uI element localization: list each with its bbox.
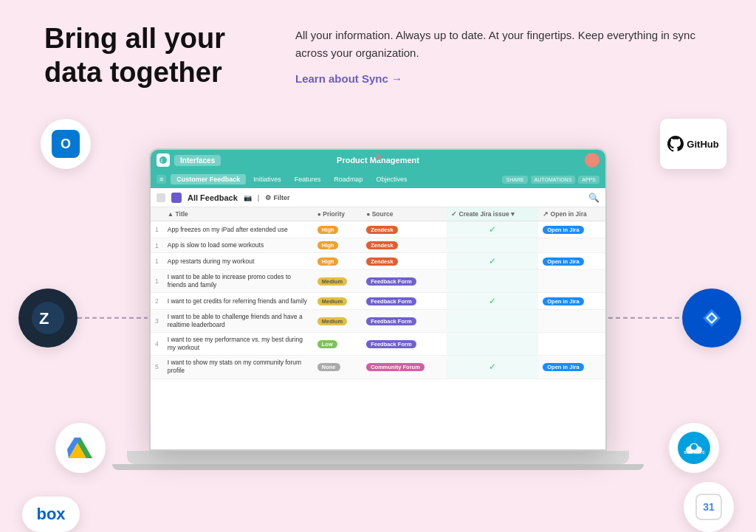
row-priority: High	[313, 253, 362, 270]
table-row: 2 I want to get credits for referring fr…	[151, 293, 605, 310]
box-label: box	[36, 505, 65, 524]
table-header: ▲ Title ● Priority ● Source ✓ Create Jir…	[151, 207, 605, 221]
row-open-jira: Open in Jira	[538, 253, 605, 270]
laptop-foot	[112, 464, 644, 470]
nav-icon: ≡	[157, 175, 166, 184]
search-icon[interactable]: 🔍	[588, 193, 599, 203]
row-num: 1	[151, 253, 163, 270]
github-icon: GitHub	[660, 119, 726, 169]
tab-customer-feedback[interactable]: Customer Feedback	[171, 174, 246, 184]
row-priority: Medium	[313, 310, 362, 333]
row-title: App restarts during my workout	[163, 253, 313, 270]
salesforce-icon: salesforce	[669, 423, 719, 473]
row-source: Zendesk	[362, 221, 447, 238]
titlebar-left: i Interfaces	[157, 153, 221, 167]
row-title: App is slow to load some workouts	[163, 238, 313, 253]
table-body: 1 App freezes on my iPad after extended …	[151, 221, 605, 379]
row-title: App freezes on my iPad after extended us…	[163, 221, 313, 238]
tab-roadmap[interactable]: Roadmap	[328, 174, 368, 184]
row-num: 2	[151, 293, 163, 310]
tab-features[interactable]: Features	[289, 174, 327, 184]
row-open-jira: Open in Jira	[538, 221, 605, 238]
col-title: ▲ Title	[163, 207, 313, 221]
tab-initiatives[interactable]: Initiatives	[247, 174, 287, 184]
row-source: Zendesk	[362, 253, 447, 270]
filter-icon: ⚙	[265, 194, 271, 201]
workspace-tab[interactable]: Interfaces	[174, 155, 221, 166]
gdrive-svg	[67, 435, 94, 461]
col-priority: ● Priority	[313, 207, 362, 221]
table-row: 1 I want to be able to increase promo co…	[151, 270, 605, 293]
zendesk-icon: Z	[18, 289, 78, 348]
user-avatar	[585, 153, 599, 167]
share-button[interactable]: SHARE	[502, 176, 527, 184]
jira-icon	[682, 289, 741, 348]
feedback-table: ▲ Title ● Priority ● Source ✓ Create Jir…	[151, 207, 605, 379]
table-row: 1 App freezes on my iPad after extended …	[151, 221, 605, 238]
gcal-icon: 31	[684, 482, 734, 532]
table-row: 3 I want to be able to challenge friends…	[151, 310, 605, 333]
page-title: Bring all your data together	[44, 22, 266, 89]
row-priority: High	[313, 238, 362, 253]
laptop-base	[127, 451, 629, 464]
table-row: 4 I want to see my performance vs. my be…	[151, 333, 605, 356]
description-block: All your information. Always up to date.…	[295, 22, 712, 86]
svg-text:i: i	[161, 158, 162, 163]
gdrive-icon	[55, 423, 106, 473]
row-create-jira: ✓	[447, 221, 538, 238]
automations-button[interactable]: AUTOMATIONS	[531, 176, 576, 184]
apps-button[interactable]: APPS	[578, 176, 599, 184]
table-row: 1 App is slow to load some workouts High…	[151, 238, 605, 253]
row-create-jira	[447, 238, 538, 253]
row-open-jira	[538, 310, 605, 333]
tab-objectives[interactable]: Objectives	[370, 174, 413, 184]
row-create-jira	[447, 333, 538, 356]
github-svg	[667, 136, 684, 152]
table-icon-2	[171, 193, 182, 203]
row-open-jira	[538, 238, 605, 253]
outlook-icon: O	[41, 119, 91, 169]
table-toolbar: All Feedback 📷 | ⚙ Filter 🔍	[151, 188, 605, 207]
row-source: Feedback Form	[362, 310, 447, 333]
table-icon-1	[157, 193, 165, 202]
row-priority: High	[313, 221, 362, 238]
row-create-jira	[447, 310, 538, 333]
col-open-jira: ↗ Open in Jira	[538, 207, 605, 221]
row-num: 3	[151, 310, 163, 333]
row-open-jira	[538, 270, 605, 293]
table-title: All Feedback	[188, 193, 238, 202]
integration-area: O Z box	[0, 104, 756, 532]
laptop-wrapper: i Interfaces Product Management ≡ Custom…	[145, 148, 611, 488]
page-wrapper: Bring all your data together All your in…	[0, 0, 756, 532]
row-source: Zendesk	[362, 238, 447, 253]
camera-dot	[375, 154, 381, 160]
row-priority: None	[313, 356, 362, 379]
zendesk-svg: Z	[32, 302, 64, 334]
filter-button[interactable]: ⚙ Filter	[265, 194, 289, 201]
learn-sync-link[interactable]: Learn about Sync →	[295, 72, 402, 85]
top-section: Bring all your data together All your in…	[0, 0, 756, 97]
row-priority: Low	[313, 333, 362, 356]
github-label: GitHub	[687, 139, 718, 150]
app-titlebar: i Interfaces Product Management	[151, 150, 605, 170]
row-num: 5	[151, 356, 163, 379]
gcal-label: 31	[703, 501, 715, 513]
row-open-jira	[538, 333, 605, 356]
row-source: Community Forum	[362, 356, 447, 379]
row-title: I want to be able to increase promo code…	[163, 270, 313, 293]
row-source: Feedback Form	[362, 333, 447, 356]
row-num: 4	[151, 333, 163, 356]
table-row: 1 App restarts during my workout High Ze…	[151, 253, 605, 270]
col-source: ● Source	[362, 207, 447, 221]
row-source: Feedback Form	[362, 270, 447, 293]
nav-right-buttons: SHARE AUTOMATIONS APPS	[502, 176, 599, 184]
toolbar-cam-icon: 📷	[244, 194, 252, 201]
toolbar-sep: |	[258, 194, 260, 201]
row-num: 1	[151, 221, 163, 238]
svg-text:Z: Z	[39, 309, 49, 328]
row-num: 1	[151, 238, 163, 253]
app-logo: i	[157, 153, 170, 167]
row-num: 1	[151, 270, 163, 293]
row-title: I want to see my performance vs. my best…	[163, 333, 313, 356]
col-create-jira: ✓ Create Jira issue ▾	[447, 207, 538, 221]
